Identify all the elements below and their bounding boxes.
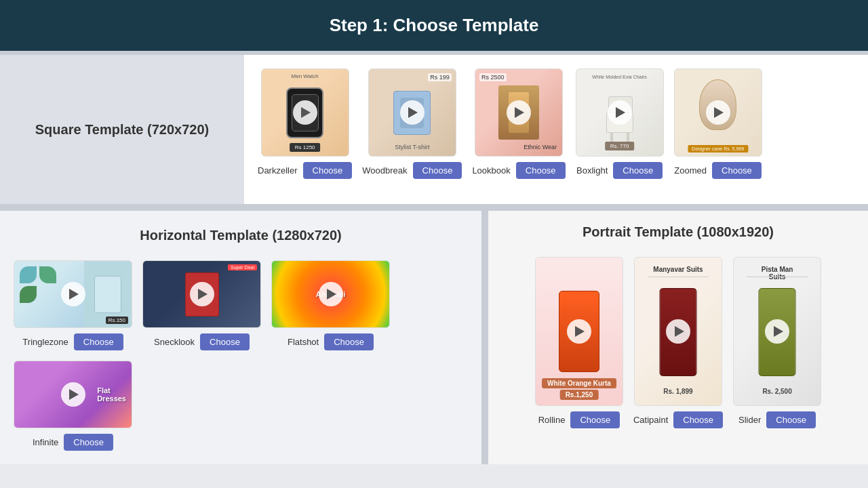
template-item-darkzeller: Men Watch Rs 1250 Darkzeller Choose bbox=[258, 68, 352, 179]
boxlight-label-row: Boxlight Choose bbox=[576, 162, 663, 179]
catipaint-name: Catipaint bbox=[633, 415, 668, 425]
portrait-section-title: Portrait Template (1080x1920) bbox=[502, 224, 854, 240]
page-title: Step 1: Choose Template bbox=[330, 15, 539, 35]
template-item-catipaint: Manyavar Suits Rs. 1,899 Catipaint Choos… bbox=[633, 257, 723, 428]
infinite-name: Infinite bbox=[33, 437, 58, 447]
bottom-wrapper: Horizontal Template (868x488) Rs.150 bbox=[0, 211, 868, 464]
rolline-label-row: Rolline Choose bbox=[538, 411, 620, 428]
rolline-product: White Orange Kurta bbox=[542, 378, 616, 388]
tringlezone-label-row: Tringlezone Choose bbox=[22, 333, 123, 350]
zoomed-choose-btn[interactable]: Choose bbox=[712, 162, 762, 179]
rolline-play-btn[interactable] bbox=[567, 319, 591, 344]
snecklook-name: Snecklook bbox=[154, 337, 195, 347]
darkzeller-top-label: Men Watch bbox=[292, 73, 319, 79]
portrait-templates-grid: White Orange Kurta Rs.1,250 Rolline Choo… bbox=[502, 257, 854, 428]
darkzeller-price: Rs 1250 bbox=[290, 143, 321, 152]
leaf2 bbox=[39, 266, 56, 283]
tzone-decor bbox=[20, 266, 60, 303]
portrait-template-section: Portrait Template (1080x1920) White Oran… bbox=[488, 211, 868, 464]
lookbook-name: Lookbook bbox=[472, 165, 510, 176]
woodbreak-play-btn[interactable] bbox=[400, 100, 425, 125]
boxlight-play-btn[interactable] bbox=[608, 100, 632, 125]
square-label-area: Square Template (720x720) bbox=[0, 55, 244, 204]
lookbook-label: Ethnic Wear bbox=[524, 144, 557, 150]
flatshot-label-row: Flatshot Choose bbox=[288, 333, 374, 350]
catipaint-play-btn[interactable] bbox=[666, 319, 690, 344]
snecklook-play-btn[interactable] bbox=[190, 282, 214, 306]
catipaint-label-row: Catipaint Choose bbox=[633, 411, 723, 428]
woodbreak-choose-btn[interactable]: Choose bbox=[413, 162, 462, 179]
flatshot-choose-btn[interactable]: Choose bbox=[324, 333, 374, 350]
template-item-flatshot: Anarkali Flatshot Choose bbox=[271, 260, 390, 350]
vertical-divider bbox=[481, 211, 488, 464]
template-item-snecklook: Super Deal Snecklook Choose bbox=[142, 260, 261, 350]
middle-divider bbox=[0, 204, 868, 211]
boxlight-price: Rs. 770 bbox=[605, 142, 635, 150]
flatshot-name: Flatshot bbox=[288, 337, 319, 347]
infinite-label-row: Infinite Choose bbox=[33, 434, 113, 451]
tringlezone-play-btn[interactable] bbox=[61, 282, 85, 306]
infinite-play-btn[interactable] bbox=[61, 382, 85, 407]
leaf1 bbox=[20, 266, 37, 283]
woodbreak-label-row: Woodbreak Choose bbox=[362, 162, 462, 179]
infinite-label: FlatDresses bbox=[97, 386, 126, 403]
rolline-price: Rs.1,250 bbox=[560, 390, 599, 400]
boxlight-name: Boxlight bbox=[576, 165, 608, 176]
slider-choose-btn[interactable]: Choose bbox=[766, 411, 816, 428]
thumb-flatshot: Anarkali bbox=[271, 260, 390, 328]
flatshot-play-btn[interactable] bbox=[319, 282, 343, 306]
thumb-tringlezone: Rs.150 bbox=[14, 260, 132, 328]
square-template-section: Square Template (720x720) Men Watch Rs 1… bbox=[0, 55, 868, 204]
darkzeller-play-btn[interactable] bbox=[293, 100, 317, 125]
tringlezone-choose-btn[interactable]: Choose bbox=[74, 333, 123, 350]
snecklook-label-row: Snecklook Choose bbox=[154, 333, 250, 350]
tzone-price: Rs.150 bbox=[106, 317, 128, 324]
thumb-zoomed: Designer cane Rs. 5,999 bbox=[674, 68, 762, 157]
lookbook-play-btn[interactable] bbox=[507, 100, 531, 125]
thumb-darkzeller: Men Watch Rs 1250 bbox=[261, 68, 349, 157]
thumb-rolline: White Orange Kurta Rs.1,250 bbox=[535, 257, 623, 406]
template-item-infinite: FlatDresses Infinite Choose bbox=[14, 361, 132, 451]
thumb-slider: Pista ManSuits Rs. 2,500 bbox=[733, 257, 821, 406]
woodbreak-label: Stylist T-shirt bbox=[395, 144, 429, 150]
thumb-boxlight: White Molded Evia Chairs Rs. 770 bbox=[576, 68, 664, 157]
thumb-infinite: FlatDresses bbox=[14, 361, 132, 428]
zoomed-name: Zoomed bbox=[674, 165, 707, 176]
zoomed-play-btn[interactable] bbox=[706, 100, 730, 125]
rolline-choose-btn[interactable]: Choose bbox=[570, 411, 620, 428]
zoomed-price: Designer cane Rs. 5,999 bbox=[688, 145, 748, 152]
product-box bbox=[94, 276, 121, 313]
catipaint-divider bbox=[648, 277, 709, 277]
darkzeller-label-row: Darkzeller Choose bbox=[258, 162, 352, 179]
snecklook-choose-btn[interactable]: Choose bbox=[200, 333, 250, 350]
slider-price: Rs. 2,500 bbox=[762, 388, 791, 395]
thumb-woodbreak: Rs 199 Stylist T-shirt bbox=[368, 68, 456, 157]
zoomed-label-row: Zoomed Choose bbox=[674, 162, 762, 179]
catipaint-choose-btn[interactable]: Choose bbox=[673, 411, 723, 428]
thumb-snecklook: Super Deal bbox=[142, 260, 261, 328]
template-item-lookbook: Rs 2500 Ethnic Wear Lookbook Choose bbox=[472, 68, 565, 179]
slider-label-row: Slider Choose bbox=[738, 411, 816, 428]
boxlight-choose-btn[interactable]: Choose bbox=[613, 162, 663, 179]
woodbreak-name: Woodbreak bbox=[362, 165, 407, 176]
darkzeller-choose-btn[interactable]: Choose bbox=[303, 162, 353, 179]
slider-play-btn[interactable] bbox=[765, 319, 789, 344]
square-templates-area: Men Watch Rs 1250 Darkzeller Choose Rs 1… bbox=[244, 55, 868, 204]
page-header: Step 1: Choose Template bbox=[0, 0, 868, 51]
catipaint-product-label: Manyavar Suits bbox=[653, 266, 703, 273]
slider-product-label: Pista ManSuits bbox=[734, 266, 821, 281]
thumb-catipaint: Manyavar Suits Rs. 1,899 bbox=[634, 257, 722, 406]
slider-divider bbox=[747, 277, 808, 277]
woodbreak-price-top: Rs 199 bbox=[428, 73, 452, 81]
chair-leg1 bbox=[610, 132, 613, 142]
lookbook-label-row: Lookbook Choose bbox=[472, 162, 565, 179]
infinite-choose-btn[interactable]: Choose bbox=[64, 434, 113, 451]
template-item-slider: Pista ManSuits Rs. 2,500 Slider Choose bbox=[733, 257, 821, 428]
template-item-boxlight: White Molded Evia Chairs Rs. 770 Boxligh… bbox=[576, 68, 664, 179]
chair-leg2 bbox=[627, 132, 629, 142]
thumb-lookbook: Rs 2500 Ethnic Wear bbox=[475, 68, 563, 157]
template-item-rolline: White Orange Kurta Rs.1,250 Rolline Choo… bbox=[535, 257, 623, 428]
template-item-woodbreak: Rs 199 Stylist T-shirt Woodbreak Choose bbox=[362, 68, 462, 179]
lookbook-choose-btn[interactable]: Choose bbox=[516, 162, 566, 179]
horizontal-template-section: Horizontal Template (868x488) Rs.150 bbox=[0, 211, 481, 464]
